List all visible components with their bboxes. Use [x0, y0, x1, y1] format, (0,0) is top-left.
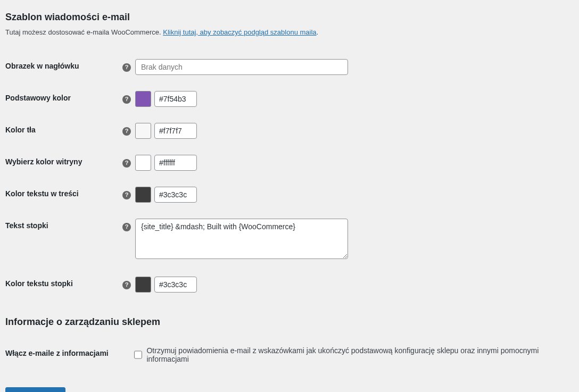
- help-icon[interactable]: ?: [122, 127, 131, 136]
- save-button[interactable]: Zapisz zmiany: [5, 387, 65, 392]
- help-icon[interactable]: ?: [122, 159, 131, 168]
- merchant-notifications-checkbox[interactable]: [134, 351, 142, 359]
- help-icon[interactable]: ?: [122, 63, 131, 72]
- help-icon[interactable]: ?: [122, 191, 131, 199]
- section-description: Tutaj możesz dostosować e-maila WooComme…: [5, 28, 568, 36]
- help-icon[interactable]: ?: [122, 95, 131, 104]
- merchant-notifications-table: Włącz e-maile z informacjami Otrzymuj po…: [5, 338, 568, 371]
- help-icon[interactable]: ?: [122, 281, 131, 289]
- footer-text-color-swatch[interactable]: [135, 277, 151, 293]
- footer-text-color-input[interactable]: [154, 277, 197, 293]
- help-icon[interactable]: ?: [122, 223, 131, 231]
- preview-template-link[interactable]: Kliknij tutaj, aby zobaczyć podgląd szab…: [163, 28, 316, 36]
- section-heading-email-template: Szablon wiadomości e-mail: [5, 12, 568, 23]
- settings-form-table: Obrazek w nagłówku ? Podstawowy kolor ? …: [5, 51, 568, 301]
- label-footer-text: Tekst stopki: [5, 211, 122, 269]
- background-color-input[interactable]: [154, 123, 197, 139]
- label-footer-text-color: Kolor tekstu stopki: [5, 269, 122, 301]
- body-background-color-swatch[interactable]: [135, 155, 151, 171]
- body-background-color-input[interactable]: [154, 155, 197, 171]
- label-body-background-color: Wybierz kolor witryny: [5, 147, 122, 179]
- background-color-swatch[interactable]: [135, 123, 151, 139]
- label-merchant-notifications: Włącz e-maile z informacjami: [5, 338, 122, 371]
- label-base-color: Podstawowy kolor: [5, 83, 122, 115]
- body-text-color-input[interactable]: [154, 187, 197, 203]
- label-body-text-color: Kolor tekstu w treści: [5, 179, 122, 211]
- section-heading-store-management: Informacje o zarządzaniu sklepem: [5, 316, 568, 328]
- footer-text-input[interactable]: [135, 219, 348, 259]
- merchant-notifications-checkbox-label[interactable]: Otrzymuj powiadomienia e-mail z wskazówk…: [146, 346, 568, 363]
- base-color-input[interactable]: [154, 91, 197, 107]
- body-text-color-swatch[interactable]: [135, 187, 151, 203]
- label-header-image: Obrazek w nagłówku: [5, 51, 122, 83]
- header-image-input[interactable]: [135, 59, 348, 75]
- label-background-color: Kolor tła: [5, 115, 122, 147]
- description-suffix: .: [317, 28, 319, 36]
- description-prefix: Tutaj możesz dostosować e-maila WooComme…: [5, 28, 163, 36]
- base-color-swatch[interactable]: [135, 91, 151, 107]
